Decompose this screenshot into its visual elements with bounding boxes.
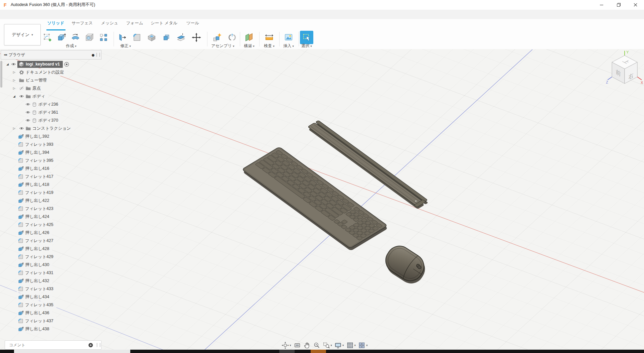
history-feature-item[interactable]: 押し出し432 [0,277,107,285]
close-button[interactable] [627,0,644,10]
orbit-tool[interactable]: ▾ [282,342,291,349]
workspace-selector[interactable]: デザイン ▾ [4,24,41,45]
history-feature-item[interactable]: フィレット431 [0,269,107,277]
tab-form[interactable]: フォーム [126,20,143,26]
comment-box[interactable] [5,340,102,350]
display-settings[interactable]: ▾ [334,342,344,349]
tab-tools[interactable]: ツール [186,20,199,26]
history-feature-item[interactable]: 押し出し424 [0,213,107,221]
group-insert[interactable]: 挿入▾ [283,43,294,49]
titlebar: F Autodesk Fusion 360 (個人用 - 商用利用不可) [0,0,644,10]
history-feature-item[interactable]: 押し出し422 [0,197,107,205]
history-feature-item[interactable]: フィレット429 [0,253,107,261]
history-feature-item[interactable]: フィレット393 [0,140,107,148]
browser-tree: ◢logi_keyboard v1▷ドキュメントの設定▷ビュー管理▷原点◢ボディ… [0,60,107,333]
history-feature-item[interactable]: フィレット419 [0,189,107,197]
browser-body-item[interactable]: ボディ236 [0,100,107,108]
panel-resize-handle[interactable] [97,53,100,57]
group-construct[interactable]: 構築▾ [244,43,255,49]
history-feature-item[interactable]: 押し出し426 [0,229,107,237]
viewcube[interactable]: Y 上 前 右 Z X [605,49,644,90]
history-feature-item[interactable]: フィレット425 [0,221,107,229]
extrude-button[interactable] [56,32,67,43]
navigation-bar: ▾ ▾ ▾ ▾ [282,341,368,350]
history-feature-item[interactable]: フィレット437 [0,317,107,325]
maximize-button[interactable] [610,0,627,10]
fusion360-window: F Autodesk Fusion 360 (個人用 - 商用利用不可) log… [0,0,644,353]
add-comment-icon[interactable] [88,343,93,348]
new-component-button[interactable] [211,32,223,43]
browser-header[interactable]: ◀◀ ブラウザ ● [1,50,102,60]
move-button[interactable] [191,32,202,43]
zoom-tool[interactable] [313,342,320,349]
comment-resize-handle[interactable] [97,343,100,347]
browser-body-item[interactable]: ボディ370 [0,116,107,124]
history-feature-item[interactable]: フィレット427 [0,237,107,245]
pan-tool[interactable] [303,342,311,349]
history-feature-item[interactable]: 押し出し430 [0,261,107,269]
group-modify[interactable]: 修正▾ [120,43,131,49]
hole-button[interactable] [84,32,95,43]
display-icon [334,342,342,349]
browser-folder-item[interactable]: ▷コンストラクション [0,124,107,132]
select-button[interactable] [300,31,313,44]
panel-options-icon[interactable]: ● [92,53,95,57]
history-feature-item[interactable]: 押し出し418 [0,181,107,189]
history-feature-item[interactable]: 押し出し434 [0,293,107,301]
offset-face-button[interactable] [175,32,187,43]
joint-button[interactable] [226,32,238,43]
ribbon-separator [299,32,299,46]
measure-button[interactable] [264,32,275,43]
taskbar-segment [14,350,130,353]
grid-settings[interactable]: ▾ [346,342,356,349]
history-feature-item[interactable]: フィレット395 [0,156,107,164]
ribbon-separator [279,32,280,46]
tab-sheetmetal[interactable]: シート メタル [151,20,177,26]
browser-folder-item[interactable]: ▷原点 [0,84,107,92]
revolve-button[interactable] [70,32,81,43]
browser-root[interactable]: ◢logi_keyboard v1 [0,60,107,68]
collapse-panel-icon[interactable]: ◀◀ [4,53,7,56]
construction-plane-button[interactable] [244,32,255,43]
group-inspect[interactable]: 検査▾ [264,43,275,49]
history-feature-item[interactable]: 押し出し436 [0,309,107,317]
viewports-settings[interactable]: ▾ [358,342,368,349]
shell-button[interactable] [146,32,157,43]
look-at-tool[interactable] [294,342,301,349]
look-at-icon [294,342,301,349]
minimize-button[interactable] [593,0,610,10]
press-pull-button[interactable] [117,32,128,43]
workspace-label: デザイン [12,32,29,38]
combine-button[interactable] [161,32,172,43]
viewport[interactable]: Y 上 前 右 Z X ◀◀ ブラウザ ● ◢logi_keyboard v1▷… [0,49,644,350]
history-feature-item[interactable]: フィレット417 [0,172,107,181]
history-feature-item[interactable]: 押し出し428 [0,245,107,253]
tab-solid[interactable]: ソリッド [47,20,64,26]
history-feature-item[interactable]: 押し出し416 [0,164,107,172]
comment-input[interactable] [5,342,88,348]
history-feature-item[interactable]: 押し出し438 [0,325,107,333]
ribbon: デザイン ▾ ソリッド サーフェス メッシュ フォーム シート メタル ツール [0,19,644,49]
history-feature-item[interactable]: フィレット433 [0,285,107,293]
group-create[interactable]: 作成▾ [66,43,76,49]
zoom-icon [313,342,320,349]
taskbar-segment [311,350,326,353]
browser-folder-item[interactable]: ◢ボディ [0,92,107,100]
fillet-button[interactable] [131,32,143,43]
pattern-button[interactable] [98,32,109,43]
history-feature-item[interactable]: フィレット435 [0,301,107,309]
tab-surface[interactable]: サーフェス [71,20,93,26]
insert-canvas-button[interactable] [283,32,294,43]
tab-mesh[interactable]: メッシュ [101,20,118,26]
history-feature-item[interactable]: 押し出し394 [0,148,107,156]
browser-body-item[interactable]: ボディ361 [0,108,107,116]
group-select[interactable]: 選択▾ [301,43,312,49]
browser-folder-item[interactable]: ▷ビュー管理 [0,76,107,84]
history-feature-item[interactable]: フィレット423 [0,205,107,213]
zoom-window-tool[interactable]: ▾ [323,342,332,349]
window-title: Autodesk Fusion 360 (個人用 - 商用利用不可) [11,2,95,8]
history-feature-item[interactable]: 押し出し392 [0,132,107,140]
group-assemble[interactable]: アセンブリ▾ [211,43,234,49]
browser-folder-item[interactable]: ▷ドキュメントの設定 [0,68,107,76]
create-sketch-button[interactable] [42,32,53,43]
